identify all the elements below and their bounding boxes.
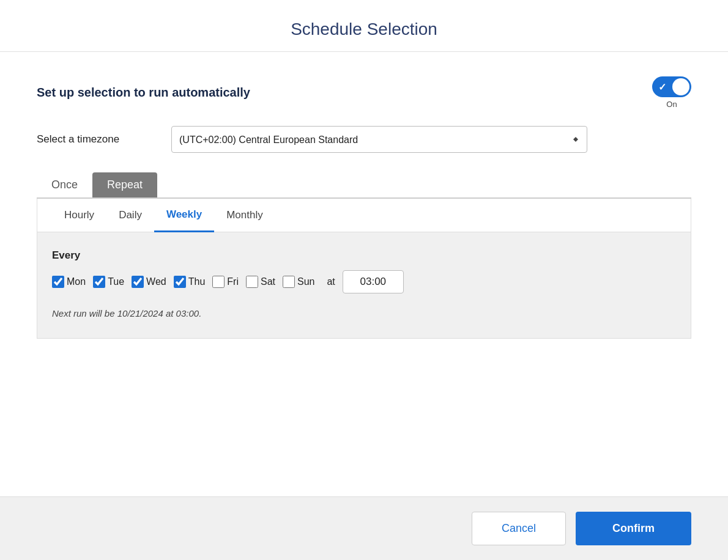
frequency-tabs: Hourly Daily Weekly Monthly [37,199,691,232]
toggle-container: ✓ On [652,76,691,109]
label-sun: Sun [297,276,314,287]
checkbox-wed[interactable] [132,276,144,288]
time-input[interactable] [343,270,404,293]
day-item-sun: Sun [283,276,314,288]
dialog-body: Set up selection to run automatically ✓ … [0,52,728,496]
day-item-wed: Wed [132,276,166,288]
timezone-select[interactable]: (UTC+02:00) Central European Standard [171,126,587,153]
auto-run-row: Set up selection to run automatically ✓ … [37,76,691,109]
checkbox-tue[interactable] [93,276,105,288]
timezone-row: Select a timezone (UTC+02:00) Central Eu… [37,126,691,153]
checkbox-sun[interactable] [283,276,295,288]
label-fri: Fri [227,276,239,287]
toggle-track: ✓ [652,76,691,97]
tab-hourly[interactable]: Hourly [52,199,106,232]
schedule-tabs-row: Once Repeat [37,172,691,199]
auto-run-toggle[interactable]: ✓ [652,76,691,97]
dialog-title: Schedule Selection [37,20,691,39]
tab-weekly[interactable]: Weekly [154,199,214,232]
checkbox-mon[interactable] [52,276,64,288]
every-label: Every [52,249,676,262]
weekly-content: Every Mon Tue Wed [37,232,691,338]
days-row: Mon Tue Wed Thu [52,270,676,293]
toggle-check-icon: ✓ [658,81,666,93]
next-run-text: Next run will be 10/21/2024 at 03:00. [52,308,676,319]
day-item-tue: Tue [93,276,124,288]
tab-monthly[interactable]: Monthly [214,199,275,232]
toggle-thumb [672,78,689,95]
label-wed: Wed [146,276,166,287]
checkbox-fri[interactable] [212,276,225,288]
label-mon: Mon [67,276,86,287]
repeat-panel: Hourly Daily Weekly Monthly Every Mon Tu… [37,199,691,339]
at-label: at [327,276,335,287]
checkbox-thu[interactable] [174,276,186,288]
toggle-on-label: On [666,100,677,109]
tab-once[interactable]: Once [37,172,92,197]
label-tue: Tue [108,276,124,287]
label-sat: Sat [261,276,275,287]
checkbox-sat[interactable] [246,276,258,288]
day-item-sat: Sat [246,276,275,288]
dialog-header: Schedule Selection [0,0,728,52]
timezone-label: Select a timezone [37,133,171,146]
day-item-mon: Mon [52,276,86,288]
confirm-button[interactable]: Confirm [576,512,691,545]
tab-daily[interactable]: Daily [106,199,154,232]
cancel-button[interactable]: Cancel [472,512,566,545]
dialog-footer: Cancel Confirm [0,496,728,560]
day-item-fri: Fri [212,276,239,288]
auto-run-label: Set up selection to run automatically [37,86,250,100]
label-thu: Thu [188,276,206,287]
tab-repeat[interactable]: Repeat [92,172,157,197]
schedule-selection-dialog: Schedule Selection Set up selection to r… [0,0,728,560]
day-item-thu: Thu [174,276,206,288]
